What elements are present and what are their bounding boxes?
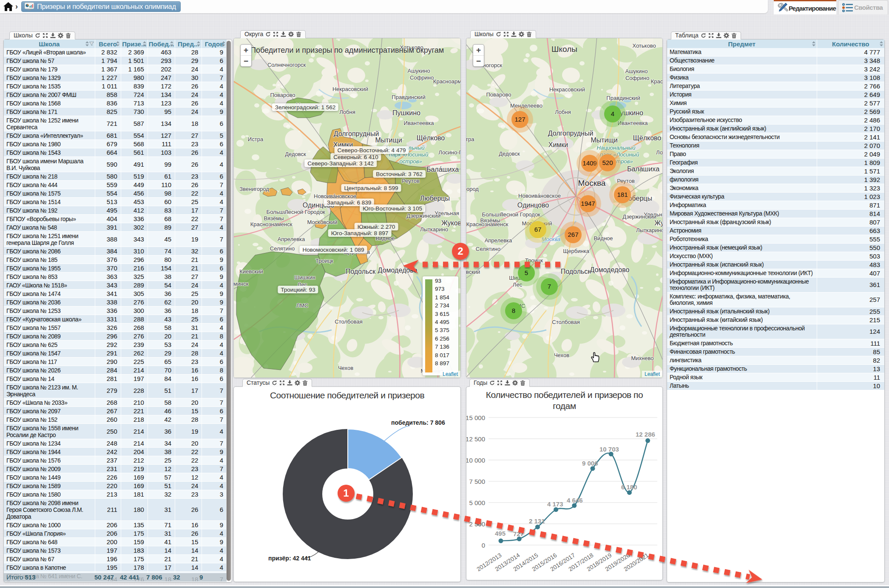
svg-text:2: 2 bbox=[457, 245, 463, 257]
svg-text:1: 1 bbox=[343, 487, 349, 499]
